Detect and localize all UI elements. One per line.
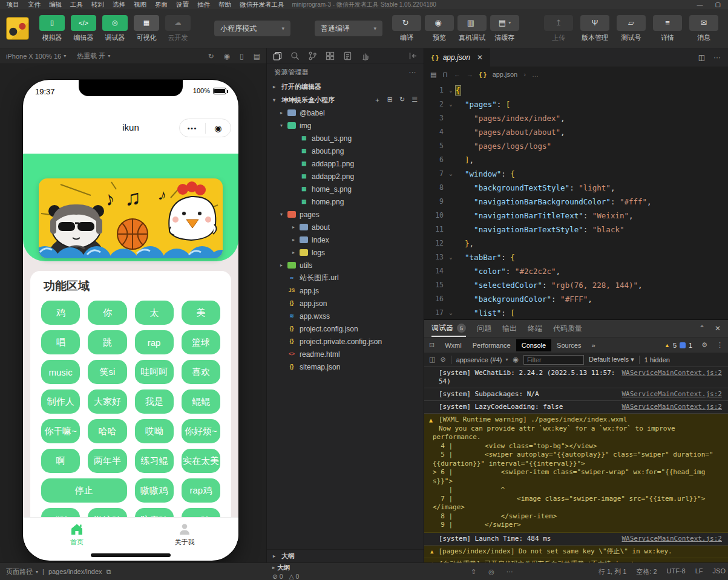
open-editors-section[interactable]: ▸ 打开的编辑器 [267,80,424,93]
menu-item[interactable]: 项目 [2,1,24,9]
files-icon[interactable] [273,51,282,60]
sound-button[interactable]: 唱 [41,330,80,354]
sound-button[interactable]: 跳 [88,330,126,354]
toolbar-right-button[interactable]: Ψ 版本管理 [580,15,609,42]
sound-button[interactable]: 我是 [135,389,174,414]
sound-button[interactable]: AI鸡 [182,508,220,517]
fold-icon[interactable] [446,153,456,167]
fold-icon[interactable] [446,111,456,125]
fold-icon[interactable]: ⌄ [446,250,456,264]
fold-icon[interactable]: ⌄ [446,83,456,97]
devtools-tab[interactable]: Sources [551,339,586,351]
tab-about[interactable]: 关于我 [131,518,238,552]
sound-button[interactable]: 嗷嗷鸡 [135,478,174,503]
sound-button[interactable]: 哇呵呵 [135,360,174,384]
new-folder-icon[interactable]: ⊞ [387,96,393,105]
status-item[interactable]: UTF-8 [667,567,686,576]
tree-item[interactable]: {} project.private.config.json [267,335,424,348]
bookmark-icon[interactable]: ⊓ [442,71,448,79]
restart-icon[interactable]: ↻ [208,52,214,60]
tab-code-quality[interactable]: 代码质量 [553,324,582,334]
tree-item[interactable]: ▦ about.png [267,145,424,157]
toolbar-mode-button[interactable]: </> 编辑器 [68,15,99,42]
tree-item[interactable]: ▸ about [267,221,424,233]
tree-item[interactable]: JS app.js [267,284,424,297]
split-editor-icon[interactable]: ◫ [698,53,705,62]
fold-icon[interactable] [446,292,456,306]
sound-button[interactable]: 篮球 [182,330,220,354]
toolbar-right-button[interactable]: ≡ 详情 [653,15,682,42]
sound-button[interactable]: rap [135,330,174,354]
tree-item[interactable]: ≋ app.wxss [267,310,424,322]
theme-hand-icon[interactable] [361,51,370,60]
code-area[interactable]: 1 ⌄ { 2 ⌄ "pages": [ 3 "pages/index/inde… [424,82,728,320]
mode-dropdown[interactable]: 小程序模式 ▾ [214,21,290,36]
copy-icon[interactable]: ⧉ [107,568,111,576]
refresh-icon[interactable]: ↻ [399,96,405,105]
device-frame-icon[interactable]: ▯ [240,52,244,60]
page-path-dropdown[interactable]: 页面路径 ▾ [6,567,38,576]
nav-back-icon[interactable]: ← [454,71,461,78]
sound-button[interactable]: 笑si [88,360,126,384]
menu-item[interactable]: 帮助 [214,1,235,9]
sound-button[interactable]: 哎呦 [135,419,174,443]
tree-item[interactable]: ▦ home.png [267,195,424,208]
devtools-tab[interactable]: Console [516,339,551,351]
menu-item[interactable]: 视图 [130,1,151,9]
info-message-icon[interactable] [680,342,686,348]
sound-button[interactable]: 防疫鸡 [135,508,174,517]
tree-item[interactable]: {} project.config.json [267,322,424,335]
page-path-value[interactable]: pages/index/index [48,568,102,575]
toolbar-action-button[interactable]: ▥ 真机调试 [457,15,487,42]
tab-output[interactable]: 输出 [502,324,517,334]
minimize-button[interactable]: — [697,1,703,8]
more-tabs-icon[interactable]: » [588,342,598,349]
menu-item[interactable]: 界面 [151,1,172,9]
tree-item[interactable]: ▦ about_s.png [267,132,424,145]
close-icon[interactable]: ✕ [477,53,483,62]
project-root-row[interactable]: ▾ 坤坤娱乐盒小程序 ＋ ⊞ ↻ ☰ [267,93,424,106]
breadcrumb-more[interactable]: … [532,71,539,78]
sound-button[interactable]: 你 [88,301,126,325]
fold-icon[interactable] [446,278,456,292]
fold-icon[interactable]: ⌄ [446,167,456,181]
collapse-all-icon[interactable]: ☰ [412,96,418,105]
tab-app-json[interactable]: { } app.json ✕ [424,48,490,67]
close-target-icon[interactable]: ◉ [206,123,231,133]
extensions-icon[interactable] [326,51,335,60]
sound-button[interactable]: di鸡 [41,508,80,517]
toolbar-right-button[interactable]: ↥ 上传 [544,15,573,42]
sound-button[interactable]: 鸡 [41,301,80,325]
source-link[interactable]: WAServiceMainContext.js:2 [621,390,722,399]
upload-status-icon[interactable]: ⇧ [471,568,476,576]
npm-panel-icon[interactable] [343,51,352,60]
more-actions-icon[interactable]: ··· [713,53,721,62]
status-item[interactable]: 行 1, 列 1 [598,567,626,576]
tree-item[interactable]: ▾ img [267,119,424,132]
outline-list-icon[interactable]: ▤ [430,71,436,79]
git-branch-icon[interactable] [308,51,317,60]
collapse-sidebar-icon[interactable] [408,51,418,60]
sound-button[interactable]: 实在太美 [182,449,220,473]
tree-item[interactable]: ∞ 站长图库.url [267,272,424,284]
tree-item[interactable]: ▦ addapp2.png [267,170,424,183]
nav-forward-icon[interactable]: → [467,71,473,78]
collapse-panel-icon[interactable]: ⌃ [699,324,705,333]
toolbar-mode-button[interactable]: ▯ 模拟器 [36,15,68,42]
clear-console-icon[interactable]: ⊘ [440,356,445,363]
menu-item[interactable]: 文件 [24,1,45,9]
menu-item[interactable]: 编辑 [45,1,66,9]
console-log[interactable]: [system] WeChatLib: 2.24.2 (2022.5.13 11… [424,367,728,562]
toolbar-mode-button[interactable]: ▦ 可视化 [131,15,162,42]
tab-debugger[interactable]: 调试器 5 [431,320,466,337]
fold-icon[interactable]: ⌄ [446,306,456,320]
fold-icon[interactable] [446,264,456,278]
source-link[interactable]: WAServiceMainContext.js:2 [621,535,722,543]
tree-item[interactable]: ▸ index [267,233,424,246]
maximize-button[interactable]: ▢ [715,1,721,8]
menu-item[interactable]: 微信开发者工具 [235,1,289,9]
tree-item[interactable]: ▦ addapp1.png [267,157,424,170]
fold-icon[interactable] [446,125,456,139]
fold-icon[interactable] [446,195,456,209]
fold-icon[interactable] [446,236,456,250]
